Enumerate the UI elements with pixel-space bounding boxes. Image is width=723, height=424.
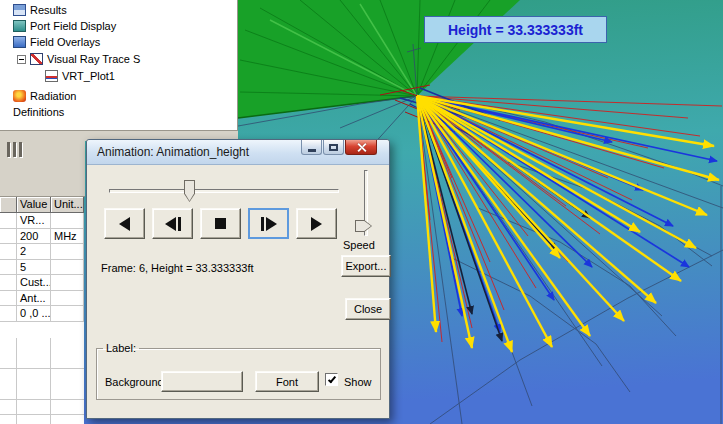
grid-header-stub [0,197,17,213]
project-tree: Results Port Field Display Field Overlay… [0,0,238,131]
value-cell[interactable]: Ant... [17,291,51,307]
table-row: VR... [0,213,84,229]
visual-ray-trace-icon [30,53,43,65]
row-stub [0,244,17,260]
tree-item-label: VRT_Plot1 [62,70,115,82]
animation-dialog: Animation: Animation_height [86,139,390,419]
stop-button[interactable] [200,208,241,239]
properties-grid: Value Unit... VR... 200 MHz 2 5 Cust... … [0,197,84,424]
step-forward-bar-icon [261,217,264,231]
step-forward-icon [266,217,277,231]
splitter-grip[interactable] [7,142,22,157]
step-back-button[interactable] [152,208,193,239]
frame-slider-track[interactable] [109,189,339,193]
value-cell[interactable]: 2 [17,244,51,260]
value-cell[interactable]: 200 [17,229,51,245]
value-cell[interactable]: Cust... [17,275,51,291]
table-row: Ant... [0,291,84,307]
play-reverse-button[interactable] [104,208,145,239]
tree-item-definitions[interactable]: Definitions [13,105,64,119]
row-stub [0,275,17,291]
row-stub [0,306,17,322]
row-stub [0,291,17,307]
radiation-icon [13,90,26,102]
row-stub [0,213,17,229]
background-label: Background: [105,376,167,388]
tree-item-label: Port Field Display [30,20,116,32]
tree-item-label: Visual Ray Trace S [47,53,140,65]
tree-item-field-overlays[interactable]: Field Overlays [13,35,100,49]
table-row: Cust... [0,275,84,291]
play-reverse-icon [119,217,130,231]
unit-cell[interactable] [51,244,84,260]
play-forward-button[interactable] [296,208,337,239]
unit-cell[interactable] [51,275,84,291]
grid-empty-rows [0,338,84,424]
show-checkbox[interactable] [325,373,338,386]
collapse-icon[interactable] [17,55,26,64]
label-group: Label: Background: Font Show [96,342,381,400]
tree-item-radiation[interactable]: Radiation [13,89,76,103]
unit-cell[interactable] [51,213,84,229]
tree-item-visual-ray-trace[interactable]: Visual Ray Trace S [17,52,140,66]
frame-slider-thumb[interactable] [184,180,195,202]
tree-item-vrt-plot1[interactable]: VRT_Plot1 [45,69,115,83]
speed-label: Speed [343,239,375,251]
grid-header-row: Value Unit... [0,197,84,213]
table-row: 5 [0,260,84,276]
unit-cell[interactable] [51,291,84,307]
check-icon [327,374,335,383]
step-forward-button[interactable] [248,208,289,239]
tree-item-port-field-display[interactable]: Port Field Display [13,19,116,33]
table-row: 200 MHz [0,229,84,245]
unit-cell[interactable] [51,260,84,276]
playback-controls [104,208,337,239]
tree-item-label: Field Overlays [30,36,100,48]
show-label: Show [344,376,372,388]
export-button[interactable]: Export... [341,255,391,277]
tree-item-label: Definitions [13,106,64,118]
minimize-icon [308,149,316,152]
unit-cell[interactable]: MHz [51,229,84,245]
window-controls [301,140,377,155]
field-overlays-icon [13,36,26,48]
value-cell[interactable]: 0 ,0 ... [17,306,51,322]
close-window-button[interactable] [345,140,377,155]
frame-status-text: Frame: 6, Height = 33.333333ft [101,262,254,274]
dock-area [0,131,85,197]
dialog-title: Animation: Animation_height [97,145,249,159]
stop-icon [215,218,226,229]
results-icon [13,4,26,16]
tree-item-label: Results [30,4,67,16]
table-row: 0 ,0 ... [0,306,84,322]
height-annotation: Height = 33.333333ft [424,16,607,43]
tree-item-results[interactable]: Results [13,3,67,17]
plot-icon [45,70,58,82]
close-icon [356,142,367,153]
value-cell[interactable]: 5 [17,260,51,276]
row-stub [0,260,17,276]
frame-slider[interactable] [107,178,341,204]
step-back-icon [165,217,176,231]
unit-cell[interactable] [51,306,84,322]
grid-header-unit: Unit... [51,197,84,213]
grid-header-value: Value [17,197,51,213]
port-field-display-icon [13,20,26,32]
maximize-icon [329,144,338,151]
step-back-bar-icon [178,217,181,231]
font-button[interactable]: Font [255,371,319,392]
value-cell[interactable]: VR... [17,213,51,229]
speed-slider-thumb[interactable] [355,220,372,232]
table-row: 2 [0,244,84,260]
row-stub [0,229,17,245]
close-dialog-button[interactable]: Close [345,298,391,320]
background-color-button[interactable] [161,371,243,392]
minimize-button[interactable] [301,140,322,155]
label-group-legend: Label: [103,342,139,354]
maximize-button[interactable] [323,140,344,155]
tree-item-label: Radiation [30,90,76,102]
play-forward-icon [311,217,322,231]
